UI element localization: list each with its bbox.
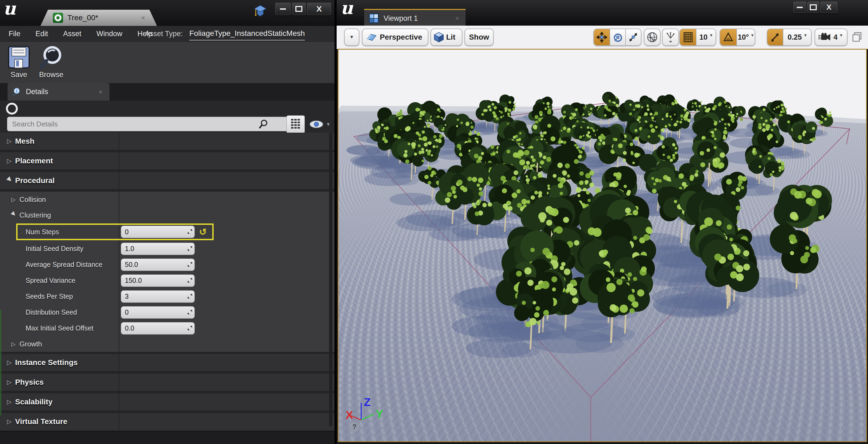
rotation-snap-value-button[interactable]: 10° ▼ — [736, 29, 755, 45]
reset-to-default-icon[interactable]: ↺ — [199, 226, 207, 237]
distribution-seed-field[interactable]: 0 — [121, 306, 195, 319]
rotation-snap-icon — [723, 32, 734, 42]
subcategory-collision[interactable]: ▷Collision — [0, 192, 335, 207]
move-tool-button[interactable] — [594, 29, 610, 45]
max-initial-seed-offset-field[interactable]: 0.0 — [121, 322, 195, 335]
browse-magnifier-icon — [39, 45, 64, 69]
value-spinner-icon[interactable] — [187, 261, 193, 267]
maximize-button[interactable] — [292, 3, 306, 15]
expander-icon[interactable]: ▶ — [6, 175, 17, 186]
menu-item-window[interactable]: Window — [89, 30, 130, 38]
minimize-button[interactable] — [275, 3, 291, 15]
category-label: Virtual Texture — [15, 417, 67, 426]
value-spinner-icon[interactable] — [187, 229, 193, 234]
rotation-snap-toggle[interactable] — [720, 29, 736, 45]
property-label: Num Steps — [0, 228, 119, 236]
details-tab-close-icon[interactable]: × — [99, 88, 102, 96]
expander-icon[interactable]: ▷ — [7, 379, 15, 386]
expander-icon[interactable]: ▷ — [7, 157, 15, 164]
grid-snap-value: 10 — [700, 33, 708, 41]
help-button[interactable]: ? — [349, 421, 360, 433]
expander-icon[interactable]: ▷ — [7, 359, 15, 366]
show-menu-button[interactable]: Show — [464, 29, 494, 46]
tab-details[interactable]: i Details × — [7, 83, 110, 100]
category-mesh[interactable]: ▷Mesh — [0, 133, 335, 150]
initial-seed-density-field[interactable]: 1.0 — [121, 243, 195, 255]
property-value: 0.0 — [125, 324, 134, 332]
category-physics[interactable]: ▷Physics — [0, 374, 335, 391]
view-options-button[interactable]: ▼ — [309, 118, 332, 130]
search-input[interactable] — [7, 117, 291, 131]
category-label: Scalability — [15, 398, 53, 406]
save-button[interactable]: Save — [3, 45, 35, 81]
camera-speed-button[interactable]: 4 ▼ — [815, 29, 847, 46]
viewport-tab-close-icon[interactable]: × — [455, 14, 459, 22]
scale-snap-value-button[interactable]: 0.25 ▼ — [783, 29, 811, 45]
expander-icon[interactable]: ▶ — [10, 210, 21, 220]
viewport-options-button[interactable]: ▼ — [344, 29, 359, 46]
scale-snap-toggle[interactable] — [767, 29, 783, 45]
category-instance-settings[interactable]: ▷Instance Settings — [0, 354, 335, 372]
category-scalability[interactable]: ▷Scalability — [0, 393, 335, 411]
tab-viewport-1[interactable]: Viewport 1 × — [364, 9, 466, 27]
grid-snap-value-button[interactable]: 10 ▼ — [696, 29, 716, 45]
viewport-title-bar[interactable]: u Viewport 1 × X — [337, 0, 868, 26]
perspective-label: Perspective — [380, 33, 422, 41]
menu-item-edit[interactable]: Edit — [28, 30, 56, 38]
rotate-tool-button[interactable] — [610, 29, 625, 45]
value-spinner-icon[interactable] — [187, 277, 193, 283]
scale-snap-value: 0.25 — [787, 33, 802, 41]
lit-mode-button[interactable]: Lit — [431, 29, 462, 46]
subcategory-clustering[interactable]: ▶Clustering — [0, 207, 335, 223]
expander-icon[interactable]: ▷ — [11, 196, 20, 203]
world-coordinate-button[interactable] — [644, 29, 660, 46]
category-label: Mesh — [15, 137, 34, 146]
viewport-scene[interactable] — [339, 50, 867, 442]
perspective-button[interactable]: Perspective — [362, 29, 428, 46]
tutorial-icon[interactable] — [254, 4, 267, 18]
rotate-tool-icon — [612, 32, 623, 42]
category-virtual-texture[interactable]: ▷Virtual Texture — [0, 413, 335, 431]
details-scrollbar[interactable] — [329, 133, 332, 426]
asset-type-value-link[interactable]: FoliageType_InstancedStaticMesh — [189, 26, 305, 40]
maximize-viewport-button[interactable] — [852, 32, 863, 43]
browse-button[interactable]: Browse — [35, 45, 67, 81]
property-matrix-button[interactable] — [286, 116, 305, 133]
close-button[interactable]: X — [820, 2, 838, 13]
num-steps-field[interactable]: 0 — [121, 226, 195, 238]
asset-thumbnail-icon[interactable] — [6, 103, 18, 115]
title-bar[interactable]: u Tree_00* × X — [0, 0, 335, 26]
chevron-down-icon: ▼ — [803, 33, 807, 37]
question-mark-icon: ? — [352, 423, 356, 431]
scale-tool-button[interactable] — [625, 29, 641, 45]
minimize-button[interactable] — [793, 2, 806, 13]
seeds-per-step-field[interactable]: 3 — [121, 290, 195, 303]
property-label: Seeds Per Step — [0, 292, 119, 300]
expander-icon[interactable]: ▷ — [11, 341, 20, 347]
category-procedural[interactable]: ▶Procedural — [0, 172, 335, 190]
close-button[interactable]: X — [307, 3, 331, 15]
menu-item-file[interactable]: File — [0, 30, 28, 38]
value-spinner-icon[interactable] — [187, 293, 193, 299]
value-spinner-icon[interactable] — [187, 309, 193, 315]
grid-snap-toggle[interactable] — [680, 29, 696, 45]
tab-close-icon[interactable]: × — [141, 14, 145, 22]
spread-variance-field[interactable]: 150.0 — [121, 275, 195, 287]
average-spread-distance-field[interactable]: 50.0 — [121, 258, 195, 271]
browse-label: Browse — [39, 71, 63, 79]
procedural-subsection: ▷Collision▶ClusteringNum Steps0↺Initial … — [0, 192, 335, 352]
expander-icon[interactable]: ▷ — [7, 399, 15, 406]
surface-snapping-button[interactable] — [662, 29, 679, 46]
value-spinner-icon[interactable] — [187, 246, 193, 252]
maximize-button[interactable] — [807, 2, 819, 13]
menu-item-asset[interactable]: Asset — [56, 30, 89, 38]
transform-tools-group — [593, 29, 642, 46]
viewport-3d-view[interactable]: Z X Y ? — [338, 49, 867, 442]
expander-icon[interactable]: ▷ — [7, 418, 15, 425]
subcategory-growth[interactable]: ▷Growth — [0, 336, 335, 352]
expander-icon[interactable]: ▷ — [7, 138, 15, 145]
category-placement[interactable]: ▷Placement — [0, 152, 335, 170]
column-divider[interactable] — [119, 133, 119, 431]
asset-tab[interactable]: Tree_00* × — [40, 10, 157, 26]
value-spinner-icon[interactable] — [187, 325, 193, 331]
